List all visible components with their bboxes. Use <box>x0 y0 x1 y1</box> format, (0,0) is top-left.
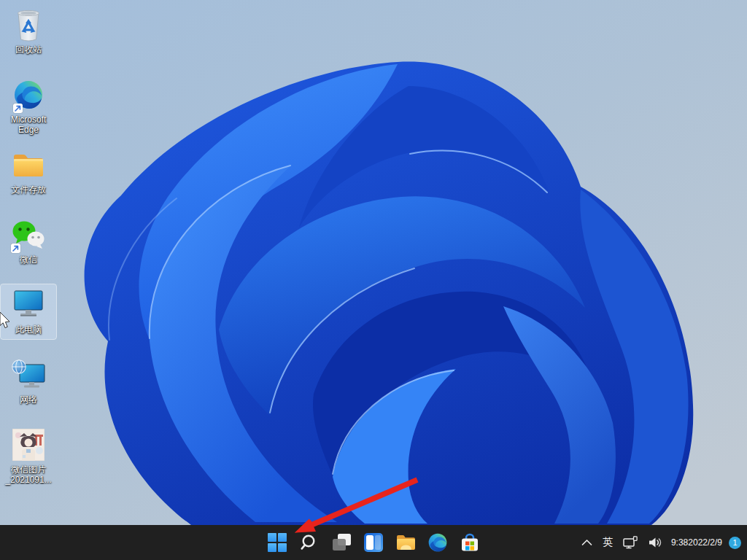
desktop-icon-this-pc[interactable]: 此电脑 <box>1 284 56 339</box>
clock[interactable]: 9:38 2022/2/9 <box>667 528 726 557</box>
taskbar-center-group <box>263 526 484 559</box>
bloom-wallpaper <box>0 0 747 525</box>
this-pc-icon <box>12 289 45 320</box>
chevron-up-icon <box>581 539 592 546</box>
clock-date: 2022/2/9 <box>688 537 722 548</box>
speaker-icon <box>649 537 662 548</box>
notification-badge[interactable]: 1 <box>729 537 741 549</box>
icon-label: 微信图片 _2021091... <box>5 464 51 485</box>
image-thumbnail <box>12 429 44 461</box>
windows-logo-icon <box>268 533 287 552</box>
desktop-icon-file-folder[interactable]: 文件存放 <box>1 144 56 199</box>
shortcut-arrow-badge <box>13 104 23 113</box>
taskbar: 英 9:38 2022/2/9 <box>0 525 747 560</box>
task-view-icon <box>332 533 352 552</box>
icon-label: 网络 <box>20 394 37 405</box>
search-icon <box>301 534 318 551</box>
icon-label: Microsoft Edge <box>11 114 47 135</box>
icon-label: 此电脑 <box>15 324 42 335</box>
system-tray: 英 9:38 2022/2/9 <box>576 525 744 560</box>
shortcut-arrow-badge <box>11 244 20 253</box>
edge-taskbar-button[interactable] <box>423 526 452 559</box>
store-bag-icon <box>460 533 479 552</box>
network-tray-button[interactable] <box>618 528 643 557</box>
desktop-icon-network[interactable]: 网络 <box>1 354 56 409</box>
recycle-bin-icon <box>14 8 43 42</box>
clock-time: 9:38 <box>671 537 688 548</box>
desktop-icon-wechat-image[interactable]: 微信图片 _2021091... <box>1 424 56 489</box>
icon-label: 回收站 <box>15 44 42 55</box>
input-method-indicator[interactable]: 英 <box>597 528 618 557</box>
icon-label: 微信 <box>20 254 37 265</box>
network-icon <box>11 359 46 391</box>
ime-label: 英 <box>603 536 613 549</box>
desktop-icon-wechat[interactable]: 微信 <box>1 214 56 269</box>
start-button[interactable] <box>263 526 292 559</box>
desktop[interactable]: 回收站 <box>0 0 747 525</box>
widgets-icon <box>364 533 383 552</box>
search-button[interactable] <box>295 526 324 559</box>
microsoft-store-button[interactable] <box>455 526 484 559</box>
folder-icon <box>396 534 416 551</box>
windows-11-desktop-screen: 回收站 <box>0 0 747 560</box>
hidden-icons-button[interactable] <box>576 528 597 557</box>
folder-icon <box>12 151 44 179</box>
widgets-button[interactable] <box>359 526 388 559</box>
desktop-icon-microsoft-edge[interactable]: Microsoft Edge <box>1 74 56 139</box>
volume-tray-button[interactable] <box>643 528 667 557</box>
icon-label: 文件存放 <box>11 184 46 195</box>
edge-icon <box>428 533 447 552</box>
file-explorer-button[interactable] <box>391 526 420 559</box>
task-view-button[interactable] <box>327 526 356 559</box>
ethernet-icon <box>623 536 638 549</box>
desktop-icon-recycle-bin[interactable]: 回收站 <box>1 4 56 59</box>
